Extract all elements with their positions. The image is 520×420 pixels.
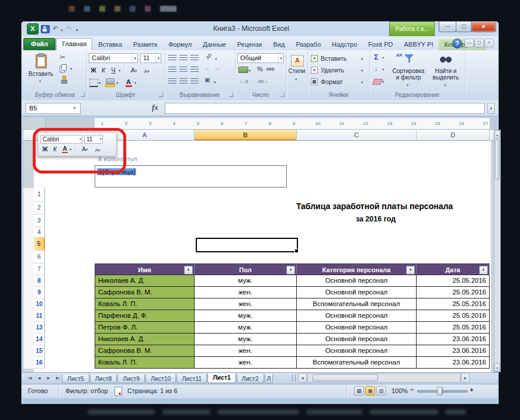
table-cell[interactable]: муж. [195,310,297,322]
scrollbar-thumb[interactable] [313,374,378,381]
comma-style-button[interactable]: 000 [266,67,274,72]
table-cell[interactable]: 25.05.2016 [417,287,490,298]
view-page-layout-button[interactable]: ▣ [365,386,375,395]
font-size-select[interactable]: 11 [140,53,161,63]
autosum-button[interactable]: Σ [374,53,379,61]
first-sheet-button[interactable]: |◀ [26,374,34,382]
align-left-button[interactable] [168,67,176,72]
row-header-14[interactable]: 14 [34,334,45,345]
fill-dropdown-icon[interactable]: ▾ [382,67,384,72]
dialog-launcher-icon[interactable] [229,93,233,97]
table-cell[interactable]: Петров Ф. Л. [95,322,195,334]
insert-cells-button[interactable]: Вставить [321,55,347,62]
excel-app-icon[interactable]: X [27,23,39,34]
increase-indent-button[interactable]: → [214,65,220,71]
decrease-indent-button[interactable]: ← [204,65,210,71]
sheet-tab-Лист10[interactable]: Лист10 [145,374,176,383]
align-top-button[interactable] [168,55,176,61]
scrollbar-thumb[interactable] [495,140,500,179]
horizontal-scrollbar[interactable] [307,373,460,383]
underline-dropdown-icon[interactable]: ▾ [119,68,120,73]
last-sheet-button[interactable]: ▶| [54,374,62,382]
table-cell[interactable]: жен. [195,357,297,369]
row-header-7[interactable]: 7 [34,263,45,275]
row-header-5[interactable]: 5 [34,238,45,251]
row-header-8[interactable]: 8 [34,275,45,287]
name-box-dropdown-icon[interactable]: ▾ [74,106,76,110]
table-cell[interactable]: Основной персонал [297,310,417,322]
orientation-dropdown-icon[interactable]: ▾ [215,57,217,61]
justify-button[interactable] [168,78,176,84]
table-cell[interactable]: муж. [195,322,297,334]
row-header-1[interactable]: 1 [34,188,45,202]
table-cell[interactable]: 25.05.2016 [417,275,490,287]
font-color-dropdown-icon[interactable]: ▾ [134,81,136,85]
accounting-format-icon[interactable] [238,67,248,73]
table-cell[interactable]: 23.06.2016 [417,345,490,357]
align-right-button[interactable] [190,67,199,72]
undo-button[interactable]: ↶ [53,25,58,33]
accounting-dropdown-icon[interactable]: ▾ [249,68,251,73]
sheet-tab-Лист2[interactable]: Лист2 [237,374,264,383]
decrease-decimal-button[interactable]: .00→ [257,79,268,84]
insert-dropdown-icon[interactable]: ▾ [361,57,363,61]
delete-dropdown-icon[interactable]: ▾ [361,68,363,73]
dialog-launcher-icon[interactable] [81,93,85,97]
fill-dropdown-icon[interactable]: ▾ [116,81,118,85]
mini-grow-font-button[interactable]: А▴ [79,145,91,154]
row-header-13[interactable]: 13 [34,322,45,334]
filter-button[interactable]: ▾ [406,266,415,275]
merge-dropdown-icon[interactable]: ▾ [214,80,216,85]
header-page-token[interactable]: &[Страница] [97,168,136,175]
mini-color-dropdown-icon[interactable]: ▾ [70,147,71,152]
styles-button[interactable]: А Стили ▾ [286,53,307,90]
cut-button[interactable]: ✂ [60,53,65,61]
align-middle-button[interactable] [179,55,188,61]
selected-cell-b5[interactable] [196,238,298,252]
help-icon[interactable]: ? [452,39,462,48]
paste-button[interactable]: Вставить ▾ [26,53,56,88]
sheet-tab-Лист8[interactable]: Лист8 [90,374,117,383]
formula-bar-expand-icon[interactable]: ▾ [487,103,495,114]
align-bottom-button[interactable] [190,55,199,61]
qat-customize-icon[interactable]: ▾ [76,28,78,33]
page-header-edit-box[interactable]: &[Страница] [95,165,287,188]
ribbon-tab-Файл[interactable]: Файл [23,38,56,50]
row-header-3[interactable]: 3 [34,214,45,227]
sheet-tab-Лист1[interactable]: Лист1 [207,373,236,383]
table-cell[interactable]: Николаев А. Д. [95,275,195,287]
borders-dropdown-icon[interactable]: ▾ [99,81,100,85]
next-sheet-button[interactable]: ▶ [44,374,53,382]
table-col-header-Категория персонала[interactable]: Категория персонала▾ [297,263,417,275]
format-dropdown-icon[interactable]: ▾ [361,80,363,85]
hscroll-left-icon[interactable]: ◀ [298,373,307,383]
sort-filter-button[interactable]: АЯ Сортировка и фильтр ▾ [389,53,428,90]
table-cell[interactable]: Основной персонал [297,334,417,345]
ribbon-tab-Разметк[interactable]: Разметк [128,39,162,50]
table-cell[interactable]: Коваль Л. П. [95,298,195,310]
ribbon-tab-Надстро[interactable]: Надстро [327,39,362,50]
redo-button[interactable]: ↷ [66,25,72,33]
table-cell[interactable]: Вспомогательный персонал [297,357,417,369]
mini-shrink-font-button[interactable]: А▾ [92,146,103,155]
insert-function-icon[interactable]: fx [152,103,158,112]
format-cells-button[interactable]: Формат [321,78,342,85]
table-cell[interactable]: 25.05.2016 [417,298,490,310]
copy-dropdown-icon[interactable]: ▾ [70,67,72,71]
view-normal-button[interactable]: ▦ [354,386,364,395]
number-format-select[interactable]: Общий [237,53,284,63]
autosum-dropdown-icon[interactable]: ▾ [382,55,384,60]
delete-cells-button[interactable]: Удалить [321,67,344,74]
table-cell[interactable]: Основной персонал [297,345,417,357]
fill-handle[interactable] [294,249,299,253]
close-button[interactable]: × [471,22,496,32]
table-cell[interactable]: Парфенов Д. Ф. [95,310,195,322]
table-cell[interactable]: Основной персонал [297,275,417,287]
tab-split-handle[interactable] [292,374,296,382]
maximize-button[interactable]: ▢ [456,22,472,32]
grow-font-button[interactable]: А▴ [128,65,140,75]
zoom-out-icon[interactable]: − [410,386,414,393]
row-header-11[interactable]: 11 [34,310,45,322]
font-family-select[interactable]: Calibri [89,53,138,63]
table-cell[interactable]: 23.06.2016 [417,334,490,345]
